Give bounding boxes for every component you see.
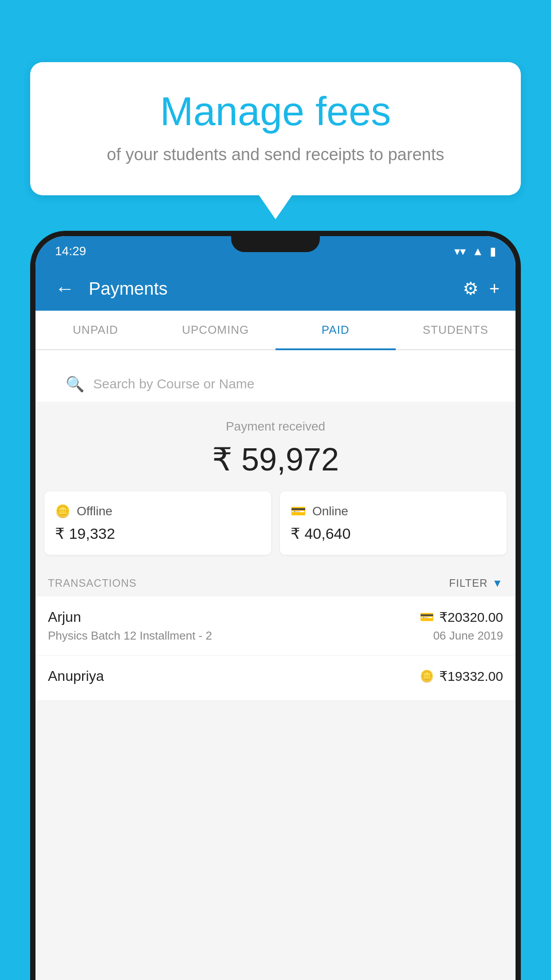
transaction-date: 06 June 2019	[433, 629, 503, 643]
transaction-amount: ₹20320.00	[439, 609, 503, 625]
transaction-amount-row: 💳 ₹20320.00	[420, 609, 503, 625]
phone-frame: 14:29 ▾▾ ▲ ▮ ← Payments ⚙ + UNPAID UPCOM…	[30, 231, 521, 980]
offline-amount: ₹ 19,332	[55, 525, 260, 542]
offline-label: Offline	[77, 504, 112, 518]
bubble-title: Manage fees	[66, 89, 485, 134]
payment-received-label: Payment received	[44, 419, 507, 434]
transactions-header: TRANSACTIONS FILTER ▼	[35, 568, 516, 597]
online-payment-icon: 💳	[291, 504, 306, 518]
filter-icon: ▼	[492, 577, 503, 589]
card-payment-icon: 💳	[420, 610, 434, 624]
status-bar: 14:29 ▾▾ ▲ ▮	[35, 236, 516, 266]
back-button[interactable]: ←	[51, 274, 78, 303]
search-placeholder: Search by Course or Name	[93, 376, 255, 391]
screen-content: 🔍 Search by Course or Name Payment recei…	[35, 350, 516, 980]
speech-bubble-container: Manage fees of your students and send re…	[30, 62, 521, 195]
filter-button[interactable]: FILTER ▼	[449, 577, 503, 589]
payment-total-amount: ₹ 59,972	[44, 441, 507, 478]
transaction-amount-2: ₹19332.00	[439, 668, 503, 684]
settings-button[interactable]: ⚙	[463, 278, 479, 299]
search-icon: 🔍	[66, 375, 84, 393]
search-bar[interactable]: 🔍 Search by Course or Name	[53, 366, 498, 402]
app-bar-actions: ⚙ +	[463, 278, 500, 299]
wifi-icon: ▾▾	[454, 245, 466, 258]
offline-card-header: 🪙 Offline	[55, 504, 260, 518]
bubble-subtitle: of your students and send receipts to pa…	[66, 145, 485, 164]
transaction-course: Physics Batch 12 Installment - 2	[48, 629, 212, 643]
speech-bubble: Manage fees of your students and send re…	[30, 62, 521, 195]
transactions-label: TRANSACTIONS	[48, 577, 137, 589]
battery-icon: ▮	[490, 245, 496, 258]
transaction-main-row-2: Anupriya 🪙 ₹19332.00	[48, 668, 503, 684]
app-bar: ← Payments ⚙ +	[35, 266, 516, 311]
online-card: 💳 Online ₹ 40,640	[280, 491, 507, 555]
transaction-row[interactable]: Anupriya 🪙 ₹19332.00	[35, 656, 516, 701]
online-label: Online	[312, 504, 348, 518]
signal-icon: ▲	[472, 245, 484, 258]
offline-card: 🪙 Offline ₹ 19,332	[44, 491, 271, 555]
transaction-main-row: Arjun 💳 ₹20320.00	[48, 609, 503, 625]
transaction-name: Arjun	[48, 609, 81, 625]
offline-payment-icon-2: 🪙	[420, 669, 434, 683]
online-amount: ₹ 40,640	[291, 525, 496, 542]
add-button[interactable]: +	[489, 279, 500, 299]
status-time: 14:29	[55, 244, 86, 258]
transaction-amount-row-2: 🪙 ₹19332.00	[420, 668, 503, 684]
status-icons: ▾▾ ▲ ▮	[454, 245, 496, 258]
tab-upcoming[interactable]: UPCOMING	[156, 311, 276, 349]
transaction-sub-row: Physics Batch 12 Installment - 2 06 June…	[48, 629, 503, 643]
payment-summary: Payment received ₹ 59,972	[35, 402, 516, 491]
tab-paid[interactable]: PAID	[276, 311, 396, 349]
online-card-header: 💳 Online	[291, 504, 496, 518]
transaction-row[interactable]: Arjun 💳 ₹20320.00 Physics Batch 12 Insta…	[35, 597, 516, 656]
app-title: Payments	[89, 279, 452, 299]
phone-screen: 14:29 ▾▾ ▲ ▮ ← Payments ⚙ + UNPAID UPCOM…	[35, 236, 516, 980]
transaction-name-2: Anupriya	[48, 668, 104, 684]
payment-cards: 🪙 Offline ₹ 19,332 💳 Online ₹ 40,640	[35, 491, 516, 568]
tabs-bar: UNPAID UPCOMING PAID STUDENTS	[35, 311, 516, 350]
tab-students[interactable]: STUDENTS	[396, 311, 516, 349]
tab-unpaid[interactable]: UNPAID	[35, 311, 156, 349]
offline-payment-icon: 🪙	[55, 504, 71, 518]
filter-label: FILTER	[449, 577, 488, 589]
